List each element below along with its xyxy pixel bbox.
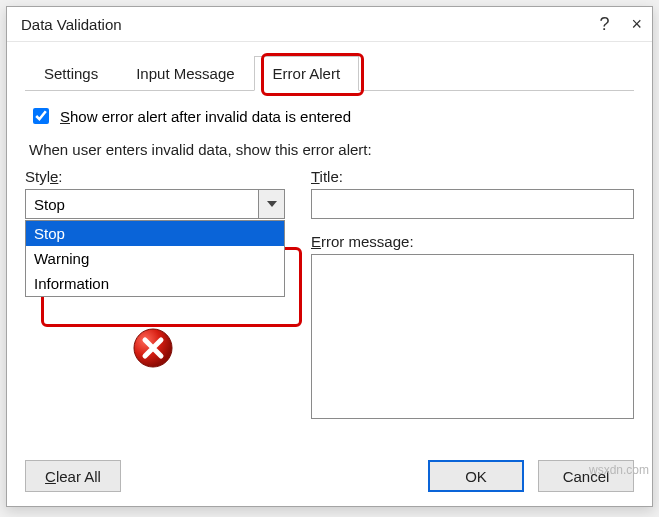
style-value: Stop: [26, 190, 258, 218]
close-button[interactable]: ×: [631, 15, 642, 33]
data-validation-dialog: Data Validation ? × Settings Input Messa…: [6, 6, 653, 507]
dialog-footer: Clear All OK Cancel: [7, 448, 652, 506]
dialog-titlebar: Data Validation ? ×: [7, 7, 652, 42]
error-message-label: Error message:: [311, 233, 634, 250]
watermark: wsxdn.com: [589, 463, 649, 477]
option-warning[interactable]: Warning: [26, 246, 284, 271]
tabstrip: Settings Input Message Error Alert: [25, 56, 634, 91]
style-column: Style: Stop Stop Warning Information: [25, 168, 285, 422]
error-message-textarea[interactable]: [311, 254, 634, 419]
title-label: Title:: [311, 168, 634, 185]
tab-settings[interactable]: Settings: [25, 56, 117, 90]
chevron-down-icon: [267, 201, 277, 207]
show-alert-checkbox[interactable]: [33, 108, 49, 124]
dialog-title: Data Validation: [21, 16, 122, 33]
clear-all-button[interactable]: Clear All: [25, 460, 121, 492]
show-alert-row: Show error alert after invalid data is e…: [29, 105, 634, 127]
help-button[interactable]: ?: [599, 15, 609, 33]
tab-input-message[interactable]: Input Message: [117, 56, 253, 90]
stop-icon: [132, 327, 174, 369]
style-combobox[interactable]: Stop: [25, 189, 285, 219]
right-column: Title: Error message:: [311, 168, 634, 422]
titlebar-controls: ? ×: [599, 15, 642, 33]
style-droplist[interactable]: Stop Warning Information: [25, 220, 285, 297]
ok-button[interactable]: OK: [428, 460, 524, 492]
option-stop[interactable]: Stop: [26, 221, 284, 246]
style-drop-button[interactable]: [258, 190, 284, 218]
tab-error-alert[interactable]: Error Alert: [254, 56, 360, 91]
style-label: Style:: [25, 168, 285, 185]
option-information[interactable]: Information: [26, 271, 284, 296]
show-alert-label: Show error alert after invalid data is e…: [60, 108, 351, 125]
dialog-content: Settings Input Message Error Alert Show …: [7, 42, 652, 448]
subheading: When user enters invalid data, show this…: [29, 141, 634, 158]
form-columns: Style: Stop Stop Warning Information: [25, 168, 634, 422]
title-input[interactable]: [311, 189, 634, 219]
